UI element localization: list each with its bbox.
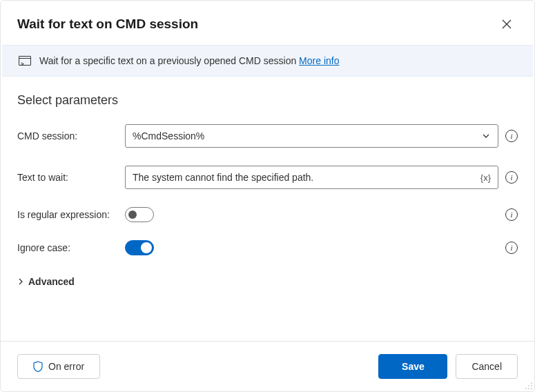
resize-grip-icon[interactable] [525, 382, 533, 390]
footer-actions: Save Cancel [378, 354, 518, 379]
svg-point-3 [525, 388, 527, 389]
close-icon [502, 19, 512, 29]
info-icon[interactable]: i [505, 208, 518, 221]
toggle-knob [141, 242, 152, 253]
svg-point-5 [531, 388, 532, 389]
section-title: Select parameters [17, 93, 518, 108]
info-icon[interactable]: i [505, 242, 518, 254]
info-icon[interactable]: i [505, 171, 518, 184]
banner-description: Wait for a specific text on a previously… [39, 55, 299, 66]
close-button[interactable] [496, 13, 518, 35]
info-icon[interactable]: i [505, 130, 518, 142]
on-error-label: On error [48, 361, 84, 372]
svg-point-4 [528, 388, 529, 389]
more-info-link[interactable]: More info [299, 55, 339, 66]
toggle-knob [128, 210, 137, 219]
is-regex-toggle[interactable] [125, 207, 154, 222]
ignore-case-row: Ignore case: i [17, 240, 518, 255]
content-area: Select parameters CMD session: %CmdSessi… [1, 77, 534, 341]
chevron-right-icon [17, 278, 24, 285]
dialog-header: Wait for text on CMD session [1, 1, 534, 45]
on-error-button[interactable]: On error [17, 354, 100, 379]
cmd-session-label: CMD session: [17, 130, 122, 141]
text-to-wait-label: Text to wait: [17, 172, 122, 183]
shield-icon [33, 361, 43, 372]
svg-point-0 [531, 382, 532, 384]
info-banner: Wait for a specific text on a previously… [2, 45, 533, 77]
dialog-title: Wait for text on CMD session [17, 17, 198, 32]
text-to-wait-input[interactable]: The system cannot find the specified pat… [125, 166, 498, 189]
cmd-session-select[interactable]: %CmdSession% [125, 124, 498, 148]
ignore-case-toggle[interactable] [125, 240, 154, 255]
banner-text: Wait for a specific text on a previously… [39, 55, 339, 66]
text-to-wait-value: The system cannot find the specified pat… [133, 172, 313, 183]
ignore-case-label: Ignore case: [17, 242, 122, 253]
variable-icon[interactable]: {x} [480, 173, 491, 183]
is-regex-label: Is regular expression: [17, 209, 122, 220]
advanced-label: Advanced [28, 276, 75, 287]
text-to-wait-row: Text to wait: The system cannot find the… [17, 166, 518, 189]
svg-point-2 [531, 385, 532, 386]
chevron-down-icon [481, 131, 491, 141]
save-button[interactable]: Save [378, 354, 447, 379]
svg-point-1 [528, 385, 529, 386]
advanced-expander[interactable]: Advanced [17, 273, 518, 290]
cmd-session-row: CMD session: %CmdSession% i [17, 124, 518, 148]
cmd-session-value: %CmdSession% [133, 130, 204, 141]
is-regex-row: Is regular expression: i [17, 207, 518, 222]
dialog-footer: On error Save Cancel [1, 341, 534, 391]
cmd-icon [19, 56, 31, 66]
cancel-button[interactable]: Cancel [456, 354, 518, 379]
